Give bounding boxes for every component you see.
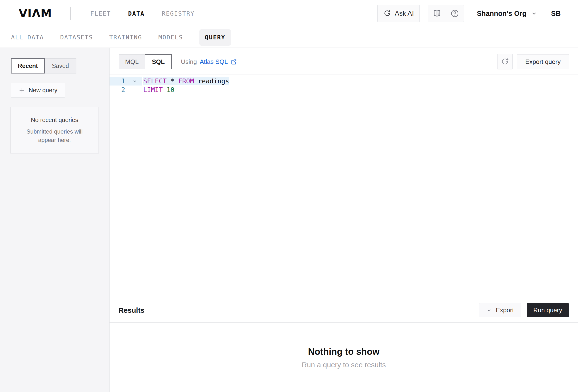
sparkle-loop-icon <box>501 57 509 66</box>
using-label: Using <box>181 58 197 66</box>
atlas-sql-link[interactable]: Atlas SQL <box>200 58 237 66</box>
chevron-down-icon <box>486 307 492 313</box>
sql-token: 10 <box>167 86 175 94</box>
sparkle-loop-icon <box>383 9 391 17</box>
data-subnav: ALL DATA DATASETS TRAINING MODELS QUERY <box>0 27 578 48</box>
avatar[interactable]: SB <box>551 10 561 17</box>
org-name: Shannon's Org <box>477 10 527 17</box>
sql-token: * <box>171 77 174 85</box>
recent-saved-toggle: Recent Saved <box>11 58 109 74</box>
tab-datasets[interactable]: DATASETS <box>60 34 93 41</box>
results-title: Results <box>118 306 144 314</box>
sql-token: LIMIT <box>143 86 163 94</box>
open-book-icon <box>433 9 441 18</box>
mql-tab[interactable]: MQL <box>119 54 145 69</box>
export-results-label: Export <box>496 306 514 314</box>
org-switcher[interactable]: Shannon's Org <box>477 10 537 17</box>
editor-line: 1 SELECT * FROM readings <box>109 77 578 86</box>
new-query-button[interactable]: New query <box>11 83 65 98</box>
plus-icon <box>18 87 25 94</box>
content-area: Recent Saved New query No recent queries… <box>0 48 578 392</box>
fold-chevron-icon[interactable] <box>128 77 142 86</box>
results-header: Results Export Run query <box>109 298 578 323</box>
line-number: 1 <box>109 77 128 86</box>
sql-editor[interactable]: 1 SELECT * FROM readings 2 LIMIT 10 <box>109 74 578 298</box>
top-header: VIΛM FLEET DATA REGISTRY Ask AI <box>0 0 578 27</box>
viam-logo[interactable]: VIΛM <box>19 7 52 20</box>
header-divider <box>70 7 71 20</box>
help-button[interactable] <box>446 5 464 22</box>
ai-generate-query-button[interactable] <box>497 54 513 69</box>
tab-all-data[interactable]: ALL DATA <box>11 34 44 41</box>
ask-ai-label: Ask AI <box>395 10 414 17</box>
tab-query[interactable]: QUERY <box>199 29 231 46</box>
atlas-sql-link-label: Atlas SQL <box>200 58 228 66</box>
results-empty-state: Nothing to show Run a query to see resul… <box>109 323 578 392</box>
nav-item-fleet[interactable]: FLEET <box>90 10 111 17</box>
results-empty-subtitle: Run a query to see results <box>109 361 578 369</box>
sql-token: FROM <box>178 77 194 85</box>
code-line-1: SELECT * FROM readings <box>142 77 229 86</box>
editor-line: 2 LIMIT 10 <box>109 86 578 94</box>
export-query-button[interactable]: Export query <box>517 54 569 69</box>
external-link-icon <box>231 59 237 65</box>
chevron-down-icon <box>531 10 537 17</box>
query-sidebar: Recent Saved New query No recent queries… <box>0 48 109 392</box>
export-results-button[interactable]: Export <box>479 303 521 317</box>
sql-tab[interactable]: SQL <box>145 54 172 69</box>
docs-button[interactable] <box>428 5 446 22</box>
results-empty-title: Nothing to show <box>109 346 578 357</box>
nav-item-registry[interactable]: REGISTRY <box>162 10 194 17</box>
tab-training[interactable]: TRAINING <box>109 34 142 41</box>
query-toolbar: MQL SQL Using Atlas SQL <box>119 54 569 69</box>
run-query-button[interactable]: Run query <box>527 303 569 317</box>
ask-ai-button[interactable]: Ask AI <box>377 5 420 22</box>
question-circle-icon <box>450 9 459 18</box>
recent-queries-empty-state: No recent queries Submitted queries will… <box>10 107 99 153</box>
empty-state-subtitle: Submitted queries will appear here. <box>18 127 91 144</box>
new-query-label: New query <box>29 87 57 94</box>
header-right: Ask AI <box>377 5 561 22</box>
primary-nav: FLEET DATA REGISTRY <box>90 10 194 17</box>
nav-item-data[interactable]: DATA <box>128 10 144 17</box>
sql-token: SELECT <box>143 77 167 85</box>
viam-app-window: VIΛM FLEET DATA REGISTRY Ask AI <box>0 0 578 392</box>
query-main-pane: MQL SQL Using Atlas SQL <box>109 48 578 392</box>
saved-tab[interactable]: Saved <box>45 58 76 74</box>
fold-spacer <box>128 86 142 94</box>
query-mode-toggle: MQL SQL <box>119 54 172 69</box>
recent-tab[interactable]: Recent <box>11 58 45 74</box>
sql-token: readings <box>198 77 229 85</box>
line-number: 2 <box>109 86 128 94</box>
code-line-2: LIMIT 10 <box>142 86 174 94</box>
tab-models[interactable]: MODELS <box>158 34 183 41</box>
empty-state-title: No recent queries <box>31 116 78 123</box>
help-resources-group <box>428 5 464 22</box>
